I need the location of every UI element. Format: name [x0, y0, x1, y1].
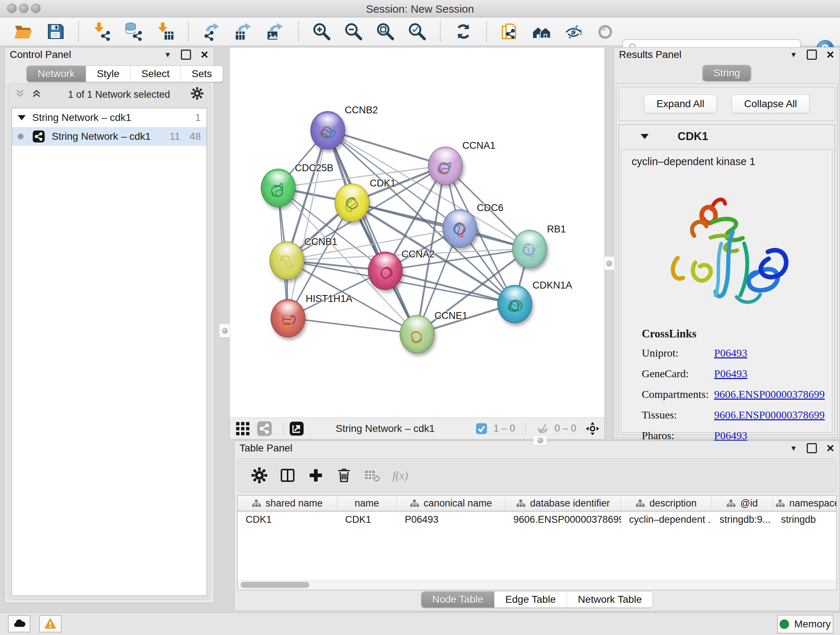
- node-ccna2[interactable]: [368, 252, 403, 290]
- cell-namespace[interactable]: stringdb: [773, 514, 837, 525]
- expand-all-button[interactable]: Expand All: [644, 95, 717, 113]
- column-header-id[interactable]: @id: [712, 496, 773, 511]
- crosslink-link[interactable]: 9606.ENSP00000378699: [714, 388, 825, 401]
- zoom-fit-icon[interactable]: [375, 21, 396, 42]
- results-tab-string[interactable]: String: [702, 65, 751, 81]
- zoom-selected-icon[interactable]: [407, 21, 428, 42]
- tab-style[interactable]: Style: [86, 66, 131, 82]
- panel-close-icon[interactable]: ✕: [826, 49, 835, 61]
- node-cdkn1a[interactable]: [497, 285, 532, 323]
- node-hist1h1a[interactable]: [271, 299, 305, 337]
- node-rb1[interactable]: [512, 230, 547, 268]
- cell-description[interactable]: cyclin–dependent ...: [621, 514, 712, 525]
- table-row[interactable]: CDK1CDK1P064939606.ENSP00000378699cyclin…: [238, 511, 836, 527]
- node-cdk1[interactable]: [335, 184, 369, 222]
- collapse-all-button[interactable]: Collapse All: [731, 95, 810, 113]
- houses-icon[interactable]: [531, 21, 552, 42]
- detach-view-icon[interactable]: [289, 421, 305, 437]
- node-ccnb1[interactable]: [270, 241, 304, 280]
- hidden-eye-icon[interactable]: [536, 422, 549, 435]
- column-header-name[interactable]: name: [337, 496, 397, 511]
- crosslink-link[interactable]: P06493: [714, 367, 747, 380]
- birds-eye-view-icon[interactable]: [586, 422, 600, 435]
- node-ccnb2[interactable]: [310, 111, 345, 149]
- memory-button[interactable]: Memory: [777, 615, 834, 633]
- node-label-cdkn1a: CDKN1A: [532, 280, 572, 291]
- edge-ccnb2-ccna1[interactable]: [327, 130, 445, 165]
- tab-node-table[interactable]: Node Table: [422, 592, 494, 608]
- collapse-all-icon[interactable]: [14, 88, 25, 101]
- node-ccna1[interactable]: [428, 147, 463, 185]
- table-horizontal-scrollbar[interactable]: [238, 580, 836, 590]
- network-canvas[interactable]: CCNB2CCNA1CDC25BCDK1CDC6RB1CCNB1CCNA2CDK…: [230, 48, 605, 417]
- expand-all-icon[interactable]: [31, 88, 42, 101]
- export-network-icon[interactable]: [201, 21, 222, 42]
- panel-float-icon[interactable]: ▼: [790, 444, 797, 453]
- column-header-description[interactable]: description: [621, 496, 712, 511]
- cell-canonicalname[interactable]: P06493: [397, 514, 505, 525]
- collapse-gene-icon[interactable]: [641, 134, 649, 139]
- cloud-button[interactable]: [8, 615, 30, 632]
- panel-close-icon[interactable]: ✕: [826, 442, 835, 454]
- copy-document-icon[interactable]: [499, 21, 520, 42]
- column-header-sharedname[interactable]: shared name: [238, 496, 337, 511]
- tab-select[interactable]: Select: [131, 66, 181, 82]
- selected-checkbox-icon[interactable]: [475, 422, 488, 435]
- panel-maximize-icon[interactable]: [181, 50, 191, 60]
- left-splitter-handle[interactable]: [219, 324, 230, 337]
- refresh-icon[interactable]: [453, 21, 474, 42]
- cell-databaseidentifier[interactable]: 9606.ENSP00000378699: [505, 514, 621, 525]
- zoom-out-icon[interactable]: [343, 21, 364, 42]
- network-collection-row[interactable]: String Network – cdk1 1: [12, 108, 207, 127]
- trash-icon[interactable]: [335, 467, 353, 484]
- show-all-icon[interactable]: [595, 21, 616, 42]
- cell-name[interactable]: CDK1: [337, 514, 397, 525]
- cell-id[interactable]: stringdb:9...: [712, 514, 773, 525]
- column-header-namespace[interactable]: namespace: [773, 496, 837, 511]
- warnings-button[interactable]: [39, 615, 62, 632]
- export-image-icon[interactable]: [265, 21, 286, 42]
- plus-icon[interactable]: [307, 467, 325, 484]
- crosslink-link[interactable]: P06493: [714, 347, 747, 359]
- node-cdc6[interactable]: [442, 209, 477, 248]
- import-database-icon[interactable]: [123, 21, 144, 42]
- network-options-gear-icon[interactable]: [190, 87, 204, 103]
- gene-result-card: CDK1 cyclin–dependent kinase 1: [619, 125, 835, 435]
- panel-float-icon[interactable]: ▼: [790, 51, 797, 59]
- node-cdc25b[interactable]: [261, 169, 295, 207]
- tab-edge-table[interactable]: Edge Table: [494, 592, 567, 608]
- import-network-icon[interactable]: [91, 21, 112, 42]
- crosslink-link[interactable]: P06493: [714, 429, 747, 442]
- tree-expand-icon[interactable]: [18, 115, 26, 120]
- node-label-ccnb2: CCNB2: [345, 105, 378, 116]
- gear-icon[interactable]: [251, 467, 268, 484]
- save-icon[interactable]: [45, 21, 66, 42]
- panel-maximize-icon[interactable]: [807, 443, 817, 453]
- gene-header[interactable]: CDK1: [619, 125, 835, 148]
- grid-view-icon[interactable]: [235, 421, 251, 437]
- hide-selected-icon[interactable]: [563, 21, 584, 42]
- columns-icon[interactable]: [279, 467, 296, 484]
- zoom-in-icon[interactable]: [311, 21, 332, 42]
- folder-open-icon[interactable]: [13, 21, 34, 42]
- network-row-selected[interactable]: String Network – cdk1 11 48: [12, 127, 207, 146]
- right-splitter-handle[interactable]: [603, 256, 614, 270]
- edge-ccnb2-hist1h1a[interactable]: [287, 130, 327, 318]
- export-table-icon[interactable]: [233, 21, 254, 42]
- column-header-canonicalname[interactable]: canonical name: [397, 496, 505, 511]
- panel-maximize-icon[interactable]: [807, 50, 817, 60]
- tab-network-table[interactable]: Network Table: [567, 592, 653, 608]
- crosslink-link[interactable]: 9606.ENSP00000378699: [714, 409, 825, 421]
- column-header-databaseidentifier[interactable]: database identifier: [505, 496, 621, 511]
- import-table-icon[interactable]: [155, 21, 176, 42]
- cell-sharedname[interactable]: CDK1: [238, 514, 337, 525]
- node-ccne1[interactable]: [400, 315, 434, 353]
- panel-close-icon[interactable]: ✕: [201, 49, 209, 61]
- bottom-splitter-handle[interactable]: [533, 435, 547, 445]
- tab-network[interactable]: Network: [27, 66, 86, 82]
- edge-hist1h1a-ccne1[interactable]: [287, 318, 417, 334]
- crosslinks-title: CrossLinks: [642, 327, 825, 340]
- panel-float-icon[interactable]: ▼: [164, 51, 172, 59]
- scrollbar-thumb[interactable]: [240, 582, 309, 588]
- tab-sets[interactable]: Sets: [181, 66, 223, 82]
